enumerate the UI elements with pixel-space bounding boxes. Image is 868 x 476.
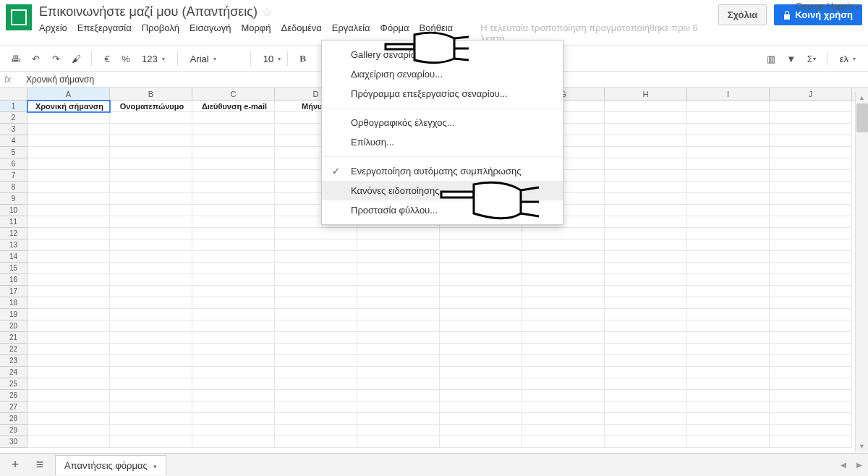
row-header-15[interactable]: 15 [0, 263, 27, 274]
cell-I28[interactable] [687, 413, 770, 425]
cell-D29[interactable] [275, 425, 357, 436]
row-header-2[interactable]: 2 [0, 112, 27, 124]
cell-H27[interactable] [605, 401, 687, 413]
tools-menu-item-5[interactable]: Ενεργοποίηση αυτόματης συμπλήρωσης [322, 161, 563, 181]
cell-H8[interactable] [605, 182, 687, 193]
cell-H4[interactable] [605, 135, 687, 147]
row-header-27[interactable]: 27 [0, 401, 27, 413]
cell-C3[interactable] [192, 124, 275, 135]
cell-A2[interactable] [27, 112, 110, 124]
cell-D13[interactable] [275, 239, 357, 251]
cell-A27[interactable] [27, 401, 110, 413]
cell-E13[interactable] [357, 239, 440, 251]
cell-C29[interactable] [192, 425, 275, 436]
cell-B22[interactable] [110, 344, 192, 355]
cell-F25[interactable] [440, 378, 522, 390]
row-header-6[interactable]: 6 [0, 158, 27, 170]
cell-J9[interactable] [770, 193, 852, 205]
cell-D15[interactable] [275, 263, 357, 274]
cell-B4[interactable] [110, 135, 192, 147]
undo-icon[interactable]: ↶ [27, 51, 43, 67]
cell-H11[interactable] [605, 216, 687, 228]
cell-C18[interactable] [192, 297, 275, 309]
bold-button[interactable]: B [295, 51, 311, 67]
cell-B27[interactable] [110, 401, 192, 413]
number-format-select[interactable]: 123 [137, 51, 170, 67]
user-name[interactable]: George Hapsis [796, 1, 859, 12]
cell-J11[interactable] [770, 216, 852, 228]
cell-E23[interactable] [357, 355, 440, 367]
cell-D17[interactable] [275, 286, 357, 297]
tools-menu-item-3[interactable]: Ορθογραφικός έλεγχος... [322, 113, 563, 132]
cell-A10[interactable] [27, 205, 110, 216]
cell-D23[interactable] [275, 355, 357, 367]
comments-button[interactable]: Σχόλια [718, 4, 767, 25]
cell-F21[interactable] [440, 332, 522, 344]
cell-J14[interactable] [770, 251, 852, 263]
row-header-10[interactable]: 10 [0, 205, 27, 216]
cell-A23[interactable] [27, 355, 110, 367]
cell-E29[interactable] [357, 425, 440, 436]
cell-I29[interactable] [687, 425, 770, 436]
row-header-24[interactable]: 24 [0, 367, 27, 378]
cell-J16[interactable] [770, 274, 852, 286]
print-icon[interactable]: 🖶 [7, 51, 23, 67]
cell-I12[interactable] [687, 228, 770, 239]
cell-G22[interactable] [522, 344, 605, 355]
cell-H15[interactable] [605, 263, 687, 274]
cell-H20[interactable] [605, 320, 687, 332]
cell-E19[interactable] [357, 309, 440, 320]
cell-I27[interactable] [687, 401, 770, 413]
cell-D16[interactable] [275, 274, 357, 286]
cell-J3[interactable] [770, 124, 852, 135]
vertical-scrollbar[interactable]: ▲ ▼ [855, 92, 868, 452]
scroll-thumb[interactable] [856, 103, 868, 132]
cell-A29[interactable] [27, 425, 110, 436]
menu-edit[interactable]: Επεξεργασία [77, 22, 132, 44]
cell-B26[interactable] [110, 390, 192, 401]
cell-C19[interactable] [192, 309, 275, 320]
cell-A26[interactable] [27, 390, 110, 401]
percent-button[interactable]: % [118, 51, 134, 67]
cell-J8[interactable] [770, 182, 852, 193]
cell-B28[interactable] [110, 413, 192, 425]
cell-I20[interactable] [687, 320, 770, 332]
cell-C13[interactable] [192, 239, 275, 251]
cell-C7[interactable] [192, 170, 275, 182]
cell-G16[interactable] [522, 274, 605, 286]
cell-D19[interactable] [275, 309, 357, 320]
cell-D24[interactable] [275, 367, 357, 378]
cell-H22[interactable] [605, 344, 687, 355]
cell-J25[interactable] [770, 378, 852, 390]
cell-C28[interactable] [192, 413, 275, 425]
tools-menu-item-4[interactable]: Επίλυση... [322, 132, 563, 152]
cell-F23[interactable] [440, 355, 522, 367]
cell-H1[interactable] [605, 101, 687, 112]
col-header-J[interactable]: J [770, 88, 852, 100]
cell-H16[interactable] [605, 274, 687, 286]
cell-D26[interactable] [275, 390, 357, 401]
tools-menu-item-0[interactable]: Gallery σεναρίων... [322, 45, 563, 64]
cell-D12[interactable] [275, 228, 357, 239]
cell-C26[interactable] [192, 390, 275, 401]
cell-C17[interactable] [192, 286, 275, 297]
row-header-22[interactable]: 22 [0, 344, 27, 355]
input-tools-select[interactable]: ελ [835, 51, 861, 67]
cell-B1[interactable]: Ονοματεπώνυμο [110, 101, 192, 112]
cell-C27[interactable] [192, 401, 275, 413]
cell-J20[interactable] [770, 320, 852, 332]
cell-G17[interactable] [522, 286, 605, 297]
row-header-12[interactable]: 12 [0, 228, 27, 239]
cell-C23[interactable] [192, 355, 275, 367]
cell-H3[interactable] [605, 124, 687, 135]
cell-I5[interactable] [687, 147, 770, 158]
formula-input[interactable]: Χρονική σήμανση [26, 75, 94, 85]
cell-D21[interactable] [275, 332, 357, 344]
cell-A1[interactable]: Χρονική σήμανση [27, 101, 110, 112]
cell-B13[interactable] [110, 239, 192, 251]
cell-J2[interactable] [770, 112, 852, 124]
cell-E22[interactable] [357, 344, 440, 355]
cell-E26[interactable] [357, 390, 440, 401]
cell-D18[interactable] [275, 297, 357, 309]
row-header-14[interactable]: 14 [0, 251, 27, 263]
